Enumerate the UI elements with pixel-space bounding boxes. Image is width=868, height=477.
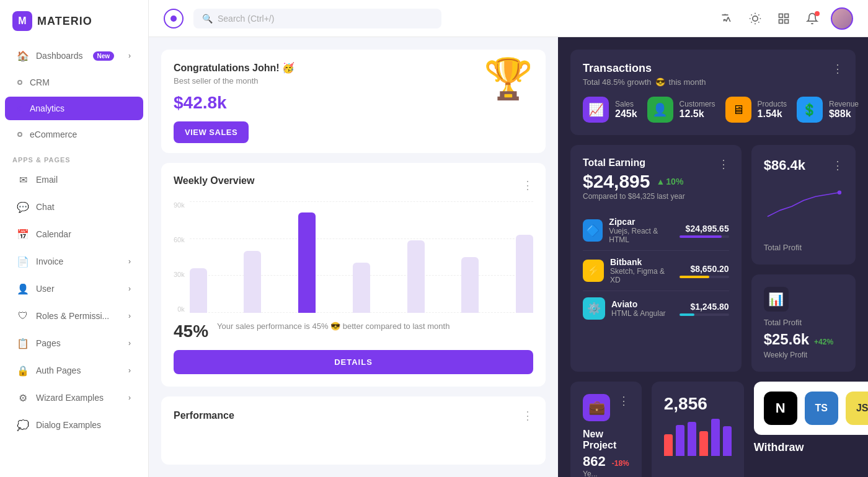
bar-1 [190, 268, 207, 313]
sidebar-item-wizard[interactable]: ⚙ Wizard Examples › [5, 385, 143, 410]
sidebar-item-ecommerce[interactable]: eCommerce [5, 123, 143, 146]
sidebar-item-dashboards[interactable]: 🏠 Dashboards New › [5, 43, 143, 68]
mini-bar-1 [664, 434, 673, 456]
sidebar-item-dialog[interactable]: 💭 Dialog Examples [5, 413, 143, 437]
chart-y-labels: 90k 60k 30k 0k [174, 201, 190, 313]
user-icon: 👤 [17, 283, 29, 294]
zipcar-name: Zipcar [609, 217, 673, 227]
customers-value: 12.5k [680, 108, 715, 120]
congrats-card: Congratulations John! 🥳 Best seller of t… [161, 50, 546, 153]
earning-menu[interactable]: ⋮ [718, 157, 729, 171]
record-button[interactable] [164, 9, 184, 28]
total-profit-card: $86.4k ⋮ Total Profit [751, 145, 856, 265]
sidebar-item-pages[interactable]: 📋 Pages › [5, 331, 143, 356]
roles-icon: 🛡 [17, 310, 29, 322]
user-avatar[interactable] [831, 7, 853, 30]
sidebar-item-calendar[interactable]: 📅 Calendar [5, 222, 143, 247]
trans-customers: 👤 Customers 12.5k [647, 97, 715, 123]
sidebar-item-roles[interactable]: 🛡 Roles & Permissi... › [5, 304, 143, 328]
auth-icon: 🔒 [17, 365, 29, 376]
svg-rect-1 [779, 14, 783, 17]
weekly-bars-card: 2,856 [652, 382, 744, 477]
sidebar-item-user[interactable]: 👤 User › [5, 276, 143, 301]
logo-icon: M [12, 11, 32, 31]
aviato-sub: HTML & Angular [611, 309, 666, 318]
revenue-label: Revenue [829, 100, 859, 108]
sidebar-item-invoice[interactable]: 📄 Invoice › [5, 249, 143, 274]
new-project-card: 💼 ⋮ New Project 862 -18% Ye... [570, 382, 642, 477]
notification-dot [815, 11, 820, 16]
trans-sales: 📈 Sales 245k [583, 97, 637, 123]
new-project-menu[interactable]: ⋮ [618, 394, 629, 408]
transactions-title: Transactions [583, 62, 706, 75]
bar-6 [461, 257, 479, 313]
transactions-grid: 📈 Sales 245k 👤 Customers 12.5k [583, 97, 843, 123]
grid-button[interactable] [774, 9, 794, 28]
mini-bar-2 [676, 425, 684, 456]
svg-point-5 [837, 191, 841, 195]
email-icon: ✉ [17, 174, 29, 185]
profit-mini-label: Total Profit [764, 318, 843, 327]
chevron-icon: › [128, 51, 131, 60]
new-project-icon: 💼 [583, 394, 610, 421]
profit-mini-amount: $25.6k [764, 331, 809, 348]
zipcar-logo: 🔷 [583, 219, 603, 242]
bell-button[interactable] [802, 9, 822, 28]
performance-menu[interactable]: ⋮ [522, 409, 533, 422]
total-earning-card: Total Earning ⋮ $24,895 ▲ 10% Compared t… [570, 145, 742, 372]
chat-icon: 💬 [17, 201, 29, 212]
profit-menu[interactable]: ⋮ [832, 159, 843, 172]
bitbank-name: Bitbank [610, 257, 673, 267]
chevron-icon-invoice: › [128, 257, 131, 266]
performance-card: Performance ⋮ [161, 396, 546, 465]
aviato-name: Aviato [611, 299, 666, 309]
sidebar-item-auth[interactable]: 🔒 Auth Pages › [5, 358, 143, 383]
sidebar-item-email[interactable]: ✉ Email [5, 167, 143, 192]
new-project-sub: Ye... [583, 470, 629, 477]
products-icon: 🖥 [725, 97, 751, 123]
typescript-logo: TS [805, 392, 838, 425]
pages-icon: 📋 [17, 338, 29, 349]
congrats-title: Congratulations John! 🥳 [174, 62, 533, 74]
congrats-subtitle: Best seller of the month [174, 76, 533, 85]
weekly-chart [190, 201, 533, 313]
sidebar-item-chat[interactable]: 💬 Chat [5, 195, 143, 219]
weekly-footer: 45% Your sales performance is 45% 😎 bett… [174, 322, 533, 341]
chevron-icon-roles: › [128, 312, 131, 320]
svg-rect-4 [785, 19, 789, 23]
header: 🔍 Search (Ctrl+/) [149, 0, 868, 37]
trans-revenue: 💲 Revenue $88k [797, 97, 859, 123]
details-button[interactable]: DETAILS [174, 350, 533, 374]
withdraw-title: Withdraw [754, 441, 804, 454]
customers-label: Customers [680, 100, 715, 108]
profit-chart [764, 173, 843, 235]
home-icon: 🏠 [17, 50, 29, 61]
wizard-icon: ⚙ [17, 392, 29, 403]
left-panel: Congratulations John! 🥳 Best seller of t… [149, 37, 558, 477]
profit-mini-icon: 📊 [764, 287, 789, 312]
chevron-icon-user: › [128, 284, 131, 293]
sales-label: Sales [615, 100, 637, 108]
transactions-menu[interactable]: ⋮ [832, 62, 843, 76]
sidebar-item-crm[interactable]: CRM [5, 71, 143, 94]
nextjs-logo: N [764, 392, 797, 425]
logos-card: N TS JS ✦ [754, 382, 868, 435]
search-bar[interactable]: 🔍 Search (Ctrl+/) [193, 9, 441, 28]
bar-3 [298, 212, 316, 313]
translate-button[interactable] [717, 9, 737, 28]
bars-value: 2,856 [664, 394, 732, 414]
sidebar-item-analytics[interactable]: Analytics [5, 97, 143, 120]
brightness-button[interactable] [745, 9, 765, 28]
svg-point-0 [753, 15, 758, 20]
weekly-profit-mini-card: 📊 Total Profit $25.6k +42% Weekly Profit [751, 274, 856, 372]
view-sales-button[interactable]: VIEW SALES [174, 121, 249, 143]
trans-products: 🖥 Products 1.54k [725, 97, 787, 123]
earning-title: Total Earning [583, 157, 645, 168]
mini-bar-4 [699, 431, 708, 456]
sales-icon: 📈 [583, 97, 609, 123]
weekly-description: Your sales performance is 45% 😎 better c… [217, 322, 450, 331]
dot-icon-crm [17, 80, 22, 85]
weekly-overview-menu[interactable]: ⋮ [522, 178, 533, 192]
right-panel: Transactions Total 48.5% growth 😎 this m… [558, 37, 868, 477]
transactions-card: Transactions Total 48.5% growth 😎 this m… [570, 50, 856, 135]
